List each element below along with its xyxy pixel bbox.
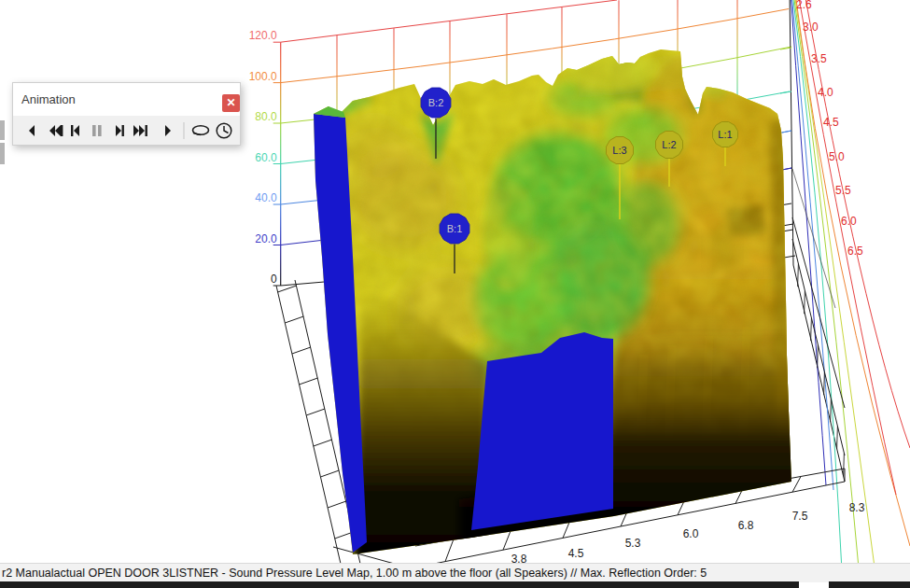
svg-text:5.3: 5.3 [625, 537, 641, 550]
svg-text:120.0: 120.0 [249, 29, 277, 42]
svg-text:0: 0 [271, 273, 277, 286]
svg-text:40.0: 40.0 [255, 191, 277, 204]
svg-text:4.5: 4.5 [568, 547, 584, 560]
svg-text:6.0: 6.0 [683, 527, 699, 540]
svg-text:8.3: 8.3 [849, 501, 865, 514]
svg-text:6.5: 6.5 [847, 245, 863, 258]
svg-text:3.5: 3.5 [811, 52, 827, 65]
svg-text:6.0: 6.0 [841, 215, 857, 228]
svg-text:L:2: L:2 [662, 139, 676, 150]
svg-text:20.0: 20.0 [255, 232, 277, 245]
svg-text:4.5: 4.5 [823, 116, 839, 129]
svg-text:B:2: B:2 [428, 97, 444, 108]
svg-text:4.0: 4.0 [818, 86, 833, 99]
svg-text:80.0: 80.0 [255, 110, 277, 123]
svg-text:60.0: 60.0 [255, 151, 277, 164]
svg-text:L:3: L:3 [612, 145, 626, 156]
svg-text:5.5: 5.5 [835, 184, 851, 197]
svg-text:3.0: 3.0 [803, 21, 819, 34]
svg-text:7.5: 7.5 [792, 510, 808, 523]
svg-text:100.0: 100.0 [249, 70, 277, 83]
svg-text:5.0: 5.0 [829, 150, 845, 163]
svg-text:L:1: L:1 [718, 129, 732, 140]
svg-text:6.8: 6.8 [738, 519, 754, 532]
svg-text:B:1: B:1 [447, 223, 463, 234]
svg-text:2.6: 2.6 [796, 0, 812, 11]
